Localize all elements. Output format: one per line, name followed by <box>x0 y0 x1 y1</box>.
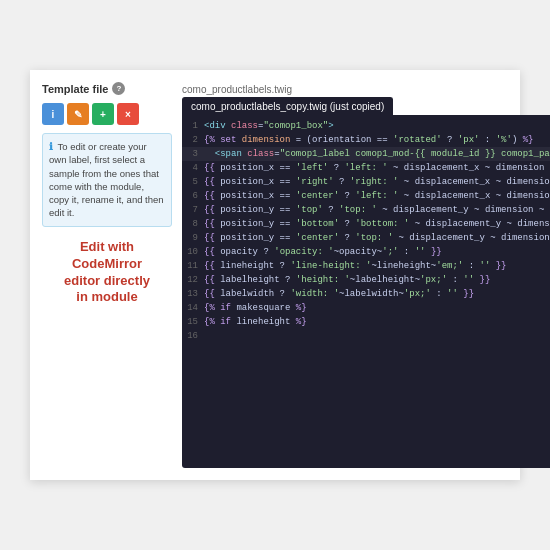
edit-label: Edit withCodeMirroreditor directlyin mod… <box>42 239 172 307</box>
code-line: 6 {{ position_x == 'center' ? 'left: ' ~… <box>182 189 550 203</box>
main-container: Template file ? i ✎ + × ℹ To edit or cre… <box>30 70 520 480</box>
right-panel: como_productlabels.twig como_productlabe… <box>182 82 550 468</box>
code-editor: 1 <div class="comop1_box"> 2 {% set dime… <box>182 115 550 468</box>
toolbar-btn-delete[interactable]: × <box>117 103 139 125</box>
code-line: 5 {{ position_x == 'right' ? 'right: ' ~… <box>182 175 550 189</box>
code-line: 2 {% set dimension = (orientation == 'ro… <box>182 133 550 147</box>
file-tabs: como_productlabels.twig como_productlabe… <box>182 82 550 115</box>
help-icon[interactable]: ? <box>112 82 125 95</box>
code-line: 9 {{ position_y == 'center' ? 'top: ' ~ … <box>182 231 550 245</box>
toolbar-btn-edit[interactable]: ✎ <box>67 103 89 125</box>
code-line: 3 <span class="comop1_label comop1_mod-{… <box>182 147 550 161</box>
code-line: 14 {% if makesquare %} <box>182 301 550 315</box>
code-line: 8 {{ position_y == 'bottom' ? 'bottom: '… <box>182 217 550 231</box>
toolbar: i ✎ + × <box>42 103 172 125</box>
code-line: 13 {{ labelwidth ? 'width: '~labelwidth~… <box>182 287 550 301</box>
file-label: como_productlabels.twig <box>182 82 550 97</box>
toolbar-btn-info[interactable]: i <box>42 103 64 125</box>
info-icon: ℹ <box>49 141 53 152</box>
code-line: 11 {{ lineheight ? 'line-height: '~lineh… <box>182 259 550 273</box>
code-line: 4 {{ position_x == 'left' ? 'left: ' ~ d… <box>182 161 550 175</box>
left-panel: Template file ? i ✎ + × ℹ To edit or cre… <box>42 82 172 468</box>
code-line: 7 {{ position_y == 'top' ? 'top: ' ~ dis… <box>182 203 550 217</box>
template-file-section: Template file ? <box>42 82 172 95</box>
tab-active[interactable]: como_productlabels_copy.twig (just copie… <box>182 97 393 115</box>
code-line: 15 {% if lineheight %} <box>182 315 550 329</box>
info-text: To edit or create your own label, first … <box>49 141 164 218</box>
tab-bar: como_productlabels_copy.twig (just copie… <box>182 97 550 115</box>
template-file-label: Template file <box>42 83 108 95</box>
info-box: ℹ To edit or create your own label, firs… <box>42 133 172 227</box>
code-line: 12 {{ labelheight ? 'height: '~labelheig… <box>182 273 550 287</box>
code-line: 16 <box>182 329 550 343</box>
code-line: 1 <div class="comop1_box"> <box>182 119 550 133</box>
toolbar-btn-add[interactable]: + <box>92 103 114 125</box>
code-line: 10 {{ opacity ? 'opacity: '~opacity~';' … <box>182 245 550 259</box>
